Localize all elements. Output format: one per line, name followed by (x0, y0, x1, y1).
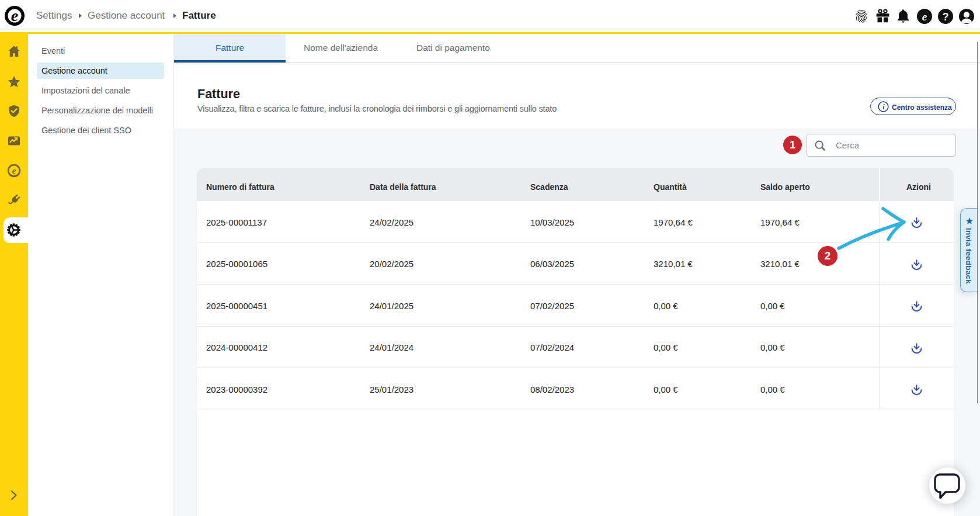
svg-text:?: ? (943, 11, 949, 23)
svg-text:e: e (12, 166, 16, 175)
svg-text:e: e (11, 6, 18, 25)
svg-text:i: i (882, 103, 885, 111)
svg-text:e: e (922, 11, 927, 23)
